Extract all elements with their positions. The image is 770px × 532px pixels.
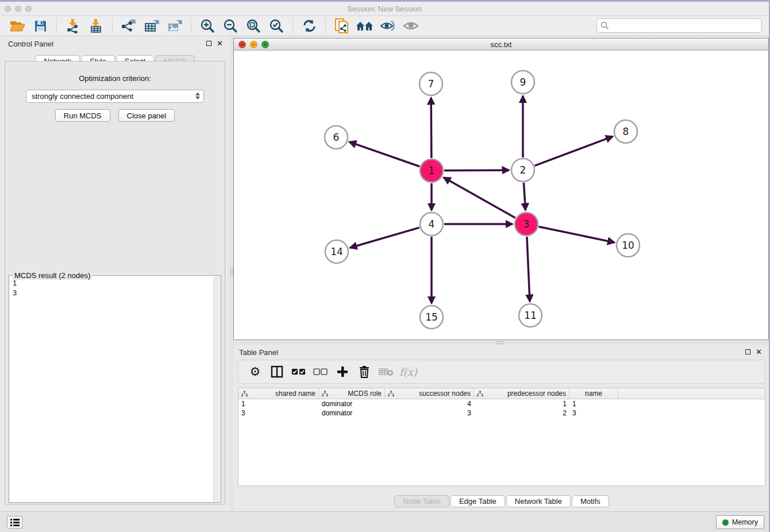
export-table-button[interactable] — [142, 17, 161, 34]
new-network-from-selection-button[interactable] — [332, 17, 352, 34]
graph-node-4[interactable]: 4 — [420, 213, 443, 236]
table-row[interactable]: 1dominator411 — [238, 399, 765, 408]
graph-node-label: 6 — [333, 132, 340, 143]
eye-icon — [403, 20, 419, 32]
zoom-in-button[interactable] — [198, 17, 217, 34]
tab-motifs[interactable]: Motifs — [572, 495, 609, 507]
unchecked-boxes-icon — [313, 368, 328, 375]
graph-edge-3-1[interactable] — [444, 178, 515, 218]
table-panel: Table Panel ✕ ⚙ — [233, 345, 770, 511]
cell-name[interactable]: 3 — [569, 408, 618, 418]
import-network-button[interactable] — [63, 17, 83, 34]
graph-node-3[interactable]: 3 — [515, 213, 538, 236]
control-panel-title: Control Panel — [8, 40, 53, 48]
add-column-button[interactable] — [334, 363, 351, 380]
export-image-button[interactable] — [165, 17, 184, 34]
graph-node-8[interactable]: 8 — [614, 120, 637, 143]
close-panel-button[interactable]: Close panel — [118, 109, 175, 122]
export-network-button[interactable] — [119, 17, 138, 34]
columns-icon — [271, 365, 283, 378]
refresh-button[interactable] — [299, 17, 319, 34]
float-panel-icon[interactable] — [745, 349, 750, 354]
graph-node-2[interactable]: 2 — [511, 159, 534, 182]
network-view-window: ✕ − + scc.txt 7968124314101511 — [233, 38, 769, 340]
horizontal-splitter[interactable] — [233, 340, 770, 345]
graph-node-7[interactable]: 7 — [419, 72, 442, 95]
zoom-selected-icon — [269, 18, 284, 33]
zoom-out-button[interactable] — [221, 17, 240, 34]
table-toolbar: ⚙ — [238, 360, 765, 384]
control-panel: Control Panel ✕ NetworkStyleSelectMCDS O… — [0, 36, 230, 511]
toolbar-separator — [191, 18, 191, 33]
close-panel-icon[interactable]: ✕ — [756, 349, 762, 355]
result-scrollbar[interactable] — [213, 276, 220, 502]
graph-edge-3-10[interactable] — [539, 227, 615, 243]
folder-open-icon — [10, 20, 25, 32]
import-table-button[interactable] — [86, 17, 106, 34]
float-panel-icon[interactable] — [206, 41, 211, 46]
graph-node-15[interactable]: 15 — [420, 306, 443, 329]
graph-node-6[interactable]: 6 — [325, 126, 348, 149]
cell-MCDS-role[interactable]: dominator — [319, 408, 385, 418]
save-session-button[interactable] — [30, 17, 50, 34]
select-all-button[interactable] — [290, 363, 307, 380]
network-graph[interactable]: 7968124314101511 — [234, 51, 769, 340]
column-browser-button[interactable] — [268, 363, 286, 380]
search-input[interactable] — [596, 18, 762, 33]
open-session-button[interactable] — [7, 17, 27, 34]
cell-successor-nodes[interactable]: 4 — [385, 399, 474, 408]
node-table[interactable]: shared nameMCDS rolesuccessor nodesprede… — [238, 388, 765, 486]
zoom-selected-button[interactable] — [267, 17, 286, 34]
table-row[interactable]: 3dominator323 — [238, 408, 765, 418]
unselect-all-button[interactable] — [312, 363, 329, 380]
cell-shared-name[interactable]: 1 — [238, 399, 319, 408]
tab-edge-table[interactable]: Edge Table — [451, 495, 505, 507]
show-all-button[interactable] — [401, 17, 421, 34]
cell-shared-name[interactable]: 3 — [238, 408, 319, 418]
cell-successor-nodes[interactable]: 3 — [385, 408, 474, 418]
graph-edge-2-8[interactable] — [535, 136, 613, 165]
delete-column-button[interactable] — [356, 363, 373, 380]
table-options-button[interactable]: ⚙ — [247, 363, 264, 380]
graph-edge-1-7[interactable] — [431, 98, 432, 158]
graph-node-1[interactable]: 1 — [420, 159, 443, 182]
column-header-predecessor-nodes[interactable]: predecessor nodes — [474, 388, 569, 399]
home-neighbors-button[interactable] — [355, 17, 375, 34]
select-stepper-icon — [195, 92, 200, 99]
graph-node-10[interactable]: 10 — [617, 234, 640, 257]
memory-button[interactable]: Memory — [716, 515, 764, 529]
graph-edge-2-3[interactable] — [523, 183, 525, 210]
zoom-fit-button[interactable] — [244, 17, 263, 34]
column-type-icon — [388, 391, 394, 397]
column-header-shared-name[interactable]: shared name — [238, 388, 319, 399]
graph-edge-1-2[interactable] — [444, 170, 509, 171]
column-header-name[interactable]: name — [569, 388, 618, 399]
delete-table-button[interactable] — [378, 363, 395, 380]
network-canvas[interactable]: 7968124314101511 — [234, 51, 768, 340]
export-network-icon — [121, 18, 137, 33]
cell-name[interactable]: 1 — [569, 399, 618, 408]
hide-selected-button[interactable] — [378, 17, 398, 34]
cell-predecessor-nodes[interactable]: 1 — [474, 399, 569, 408]
refresh-icon — [302, 19, 317, 33]
column-header-MCDS-role[interactable]: MCDS role — [319, 388, 385, 399]
houses-icon — [356, 20, 374, 32]
cell-predecessor-nodes[interactable]: 2 — [474, 408, 569, 418]
graph-edge-1-6[interactable] — [349, 142, 420, 167]
close-panel-icon[interactable]: ✕ — [217, 40, 223, 47]
graph-node-9[interactable]: 9 — [511, 71, 534, 94]
task-history-button[interactable] — [7, 516, 22, 529]
graph-node-11[interactable]: 11 — [519, 304, 542, 327]
export-table-icon — [144, 18, 160, 33]
optimization-criterion-select[interactable]: strongly connected component — [26, 90, 204, 103]
graph-edge-4-14[interactable] — [350, 228, 419, 248]
tab-network-table[interactable]: Network Table — [506, 495, 571, 507]
run-mcds-button[interactable]: Run MCDS — [55, 109, 110, 122]
function-builder-button[interactable]: f(x) — [399, 363, 417, 380]
graph-edge-3-11[interactable] — [527, 237, 530, 302]
graph-node-14[interactable]: 14 — [325, 240, 348, 263]
search-field — [596, 18, 762, 33]
cell-MCDS-role[interactable]: dominator — [319, 399, 385, 408]
column-header-successor-nodes[interactable]: successor nodes — [385, 388, 474, 399]
tab-node-table[interactable]: Node Table — [394, 495, 449, 507]
